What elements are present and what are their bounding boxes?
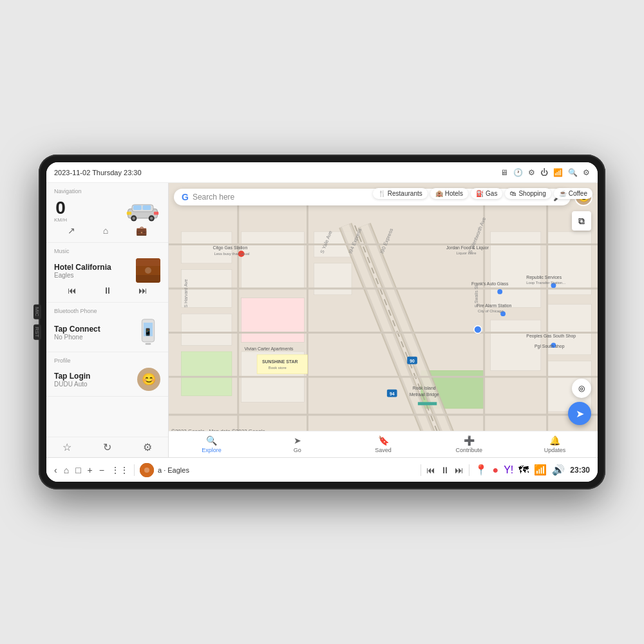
contribute-tab[interactable]: ➕ Contribute — [426, 431, 512, 457]
bt-title[interactable]: Tap Connect — [54, 325, 131, 334]
layers-button[interactable]: ⧉ — [572, 211, 591, 231]
prev-button[interactable]: ⏮ — [68, 285, 77, 296]
taskbar-prev-icon[interactable]: ⏮ — [426, 465, 435, 475]
svg-rect-21 — [182, 314, 232, 345]
updates-tab[interactable]: 🔔 Updates — [512, 431, 598, 457]
pause-button[interactable]: ⏸ — [103, 285, 112, 296]
clock-icon: 🕐 — [513, 168, 523, 177]
svg-text:Liquor store: Liquor store — [457, 251, 477, 255]
car-icon — [125, 198, 160, 223]
monitor-icon: 🖥 — [500, 168, 508, 177]
profile-content: Tap Login DUDU Auto 😊 — [54, 368, 160, 391]
taskbar-play-pause-icon[interactable]: ⏸ — [440, 465, 450, 475]
explore-tab[interactable]: 🔍 Explore — [169, 431, 254, 457]
screen: 2023-11-02 Thursday 23:30 🖥 🕐 ⚙ ⏻ 📶 🔍 ⚙ … — [46, 162, 598, 482]
speed-display: 0 KM/H — [54, 199, 67, 223]
music-title: Hotel California — [54, 263, 131, 272]
mic-button[interactable]: MIC — [33, 305, 41, 319]
power-icon[interactable]: ⏻ — [540, 168, 548, 177]
hotels-icon: 🏨 — [435, 190, 443, 197]
taskbar-song-info: a · Eagles — [158, 466, 189, 474]
album-art — [136, 258, 160, 283]
gas-chip[interactable]: ⛽ Gas — [471, 188, 502, 199]
go-label: Go — [294, 447, 301, 453]
briefcase-icon[interactable]: 💼 — [136, 225, 147, 236]
avatar: 😊 — [137, 368, 160, 391]
map-background: S Yale Ave I94 Express I90 Express S Wen… — [169, 183, 598, 457]
coffee-icon: ☕ — [559, 190, 567, 197]
coffee-chip[interactable]: ☕ Coffee — [554, 188, 592, 199]
music-section: Music Hotel California Eagles — [46, 243, 168, 303]
taskbar-time: 23:30 — [570, 466, 590, 475]
wifi-taskbar-icon[interactable]: 📶 — [534, 464, 547, 476]
location-taskbar-icon[interactable]: 📍 — [475, 464, 488, 476]
restaurants-chip[interactable]: 🍴 Restaurants — [373, 188, 428, 199]
svg-rect-3 — [143, 205, 151, 210]
svg-rect-16 — [146, 343, 151, 345]
compass-button[interactable]: ◎ — [572, 379, 591, 398]
navigate-icon[interactable]: ↗ — [68, 225, 75, 236]
volume-taskbar-icon[interactable]: 🔊 — [552, 464, 565, 476]
saved-tab[interactable]: 🔖 Saved — [340, 431, 426, 457]
hotels-label: Hotels — [445, 190, 463, 197]
profile-section: Profile Tap Login DUDU Auto 😊 — [46, 352, 168, 397]
search-status-icon[interactable]: 🔍 — [568, 168, 578, 177]
svg-text:Peoples Gas South Shop: Peoples Gas South Shop — [526, 334, 576, 339]
speed-unit: KM/H — [54, 217, 67, 223]
hotels-chip[interactable]: 🏨 Hotels — [430, 188, 468, 199]
star-icon[interactable]: ☆ — [62, 441, 71, 453]
refresh-icon[interactable]: ↻ — [103, 441, 111, 453]
rst-button[interactable]: RST — [33, 324, 41, 339]
svg-rect-23 — [242, 232, 305, 289]
gas-icon: ⛽ — [476, 190, 484, 197]
shopping-icon: 🛍 — [510, 190, 516, 197]
music-info: Hotel California Eagles — [54, 263, 131, 279]
music-controls: ⏮ ⏸ ⏭ — [54, 283, 160, 297]
home-taskbar-icon[interactable]: ⌂ — [64, 465, 69, 475]
nav-content: 0 KM/H — [54, 198, 160, 223]
svg-text:Citgo Gas Station: Citgo Gas Station — [213, 245, 248, 251]
svg-rect-77 — [418, 402, 437, 405]
svg-point-13 — [145, 267, 151, 274]
svg-point-79 — [144, 468, 149, 473]
square-taskbar-icon[interactable]: □ — [75, 465, 80, 475]
circle-taskbar-icon[interactable]: ● — [493, 464, 499, 476]
profile-info: Tap Login DUDU Auto — [54, 372, 132, 388]
separator-2 — [421, 464, 421, 476]
status-bar: 2023-11-02 Thursday 23:30 🖥 🕐 ⚙ ⏻ 📶 🔍 ⚙ — [46, 162, 598, 183]
svg-text:90: 90 — [410, 359, 415, 363]
shopping-chip[interactable]: 🛍 Shopping — [505, 188, 551, 199]
coffee-label: Coffee — [569, 190, 587, 197]
next-button[interactable]: ⏭ — [138, 285, 147, 296]
map-area[interactable]: S Yale Ave I94 Express I90 Express S Wen… — [169, 183, 598, 457]
updates-label: Updates — [544, 447, 566, 453]
back-icon[interactable]: ‹ — [54, 465, 57, 475]
filter-chips: 🍴 Restaurants 🏨 Hotels ⛽ Gas 🛍 Shopping — [373, 188, 592, 199]
svg-text:Pgl South shop: Pgl South shop — [535, 344, 565, 349]
navigation-fab[interactable]: ➤ — [568, 402, 591, 425]
svg-rect-27 — [314, 263, 352, 295]
gear-status-icon[interactable]: ⚙ — [583, 168, 590, 177]
settings-wheel-icon[interactable]: ⚙ — [528, 168, 535, 177]
bt-info: Tap Connect No Phone — [54, 325, 131, 341]
plus-taskbar-icon[interactable]: + — [88, 465, 93, 475]
go-tab[interactable]: ➤ Go — [254, 431, 340, 457]
svg-text:City of Chicago: City of Chicago — [478, 309, 504, 313]
grid-taskbar-icon[interactable]: ⋮⋮ — [111, 465, 129, 475]
separator-1 — [134, 464, 135, 476]
svg-text:Less busy than usual: Less busy than usual — [214, 252, 250, 256]
compass-icon: ◎ — [578, 384, 585, 393]
nav-icons: ↗ ⌂ 💼 — [54, 223, 160, 237]
svg-text:SUNSHINE STAR: SUNSHINE STAR — [262, 359, 298, 364]
side-buttons: MIC RST — [33, 305, 41, 340]
home-nav-icon[interactable]: ⌂ — [103, 225, 108, 236]
settings-panel-icon[interactable]: ⚙ — [143, 441, 152, 453]
profile-name[interactable]: Tap Login — [54, 372, 132, 381]
minus-taskbar-icon[interactable]: − — [99, 465, 104, 475]
taskbar-next-icon[interactable]: ⏭ — [455, 465, 464, 475]
map-taskbar-icon[interactable]: 🗺 — [518, 464, 529, 476]
svg-rect-2 — [133, 205, 142, 210]
svg-point-53 — [497, 289, 502, 294]
svg-text:Metraail Bridge: Metraail Bridge — [410, 392, 439, 397]
yahoo-taskbar-icon[interactable]: Y! — [504, 464, 513, 476]
